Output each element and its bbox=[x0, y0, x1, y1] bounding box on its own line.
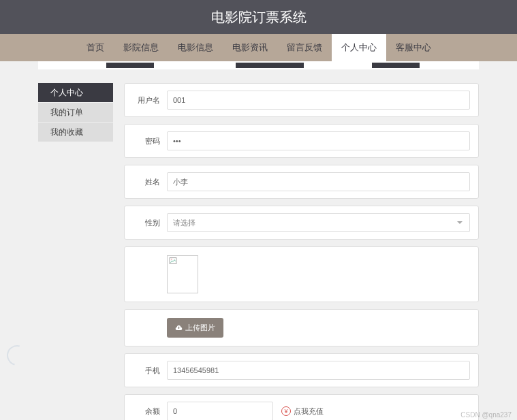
row-gender: 性别 请选择 bbox=[124, 206, 479, 240]
label-password: 密码 bbox=[133, 136, 160, 146]
main-panel: 用户名 密码 姓名 性别 请选择 bbox=[124, 83, 479, 420]
watermark: CSDN @qna237 bbox=[460, 411, 512, 419]
nav-home[interactable]: 首页 bbox=[77, 34, 114, 61]
nav-movie-info[interactable]: 电影信息 bbox=[168, 34, 223, 61]
subbar-segment bbox=[106, 63, 154, 68]
sidebar-item-my-favorites[interactable]: 我的收藏 bbox=[38, 123, 113, 142]
row-upload: 上传图片 bbox=[124, 309, 479, 346]
app-title: 电影院订票系统 bbox=[211, 8, 307, 27]
nav-service-center[interactable]: 客服中心 bbox=[386, 34, 441, 61]
upload-button[interactable]: 上传图片 bbox=[167, 318, 223, 338]
input-username[interactable] bbox=[167, 91, 470, 110]
content-area: 个人中心 我的订单 我的收藏 用户名 密码 姓名 性别 请选择 bbox=[0, 69, 517, 420]
sidebar-item-user-center[interactable]: 个人中心 bbox=[38, 83, 113, 102]
label-balance: 余额 bbox=[133, 406, 160, 417]
recharge-label: 点我充值 bbox=[294, 406, 324, 417]
subbar-segment bbox=[372, 63, 420, 68]
upload-button-label: 上传图片 bbox=[185, 323, 215, 333]
svg-point-1 bbox=[171, 259, 172, 259]
select-gender-placeholder: 请选择 bbox=[173, 218, 195, 228]
nav-user-center[interactable]: 个人中心 bbox=[332, 34, 386, 61]
nav-feedback[interactable]: 留言反馈 bbox=[277, 34, 332, 61]
nav-movie-news[interactable]: 电影资讯 bbox=[223, 34, 277, 61]
cloud-upload-icon bbox=[175, 324, 183, 332]
input-name[interactable] bbox=[167, 172, 470, 191]
nav-cinema-info[interactable]: 影院信息 bbox=[114, 34, 168, 61]
sub-bar bbox=[38, 61, 479, 69]
image-preview bbox=[167, 255, 198, 293]
sidebar-item-my-orders[interactable]: 我的订单 bbox=[38, 103, 113, 122]
input-password[interactable] bbox=[167, 131, 470, 150]
row-username: 用户名 bbox=[124, 83, 479, 117]
sidebar: 个人中心 我的订单 我的收藏 bbox=[38, 83, 113, 420]
row-image bbox=[124, 246, 479, 302]
label-name: 姓名 bbox=[133, 177, 160, 187]
label-phone: 手机 bbox=[133, 366, 160, 376]
select-gender[interactable]: 请选择 bbox=[167, 213, 470, 232]
app-header: 电影院订票系统 bbox=[0, 0, 517, 34]
main-nav: 首页 影院信息 电影信息 电影资讯 留言反馈 个人中心 客服中心 bbox=[0, 34, 517, 61]
subbar-segment bbox=[236, 63, 304, 68]
input-phone[interactable] bbox=[167, 361, 470, 380]
label-username: 用户名 bbox=[133, 95, 160, 106]
recharge-link[interactable]: ¥ 点我充值 bbox=[281, 406, 324, 417]
row-phone: 手机 bbox=[124, 353, 479, 387]
broken-image-icon bbox=[169, 257, 177, 264]
row-name: 姓名 bbox=[124, 165, 479, 199]
input-balance[interactable] bbox=[167, 402, 273, 420]
row-password: 密码 bbox=[124, 124, 479, 158]
row-balance: 余额 ¥ 点我充值 bbox=[124, 394, 479, 420]
label-gender: 性别 bbox=[133, 218, 160, 228]
yen-icon: ¥ bbox=[281, 406, 291, 416]
